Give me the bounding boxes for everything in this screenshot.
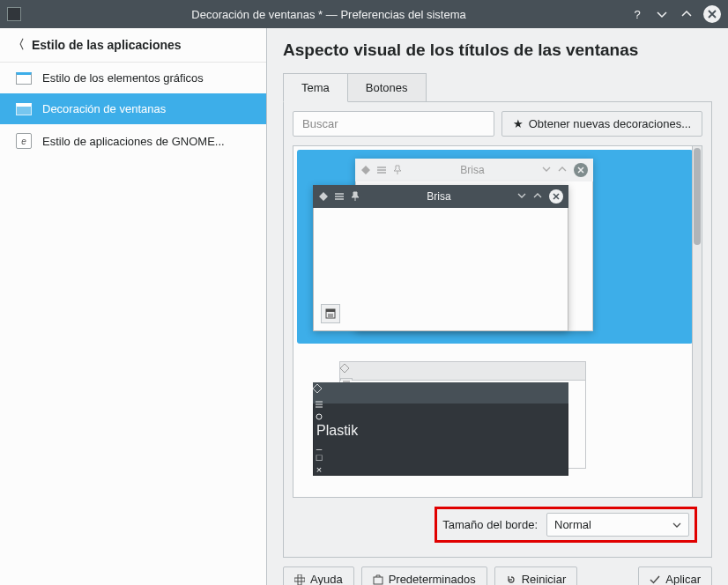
sidebar-item-label: Estilo de los elementos gráficos — [42, 71, 204, 85]
theme-card-plastik[interactable]: Plastik _ □ × — [297, 352, 693, 485]
hamburger-icon — [334, 191, 345, 202]
app-icon — [7, 7, 21, 21]
defaults-label: Predeterminados — [389, 573, 476, 585]
chevron-left-icon: 〈 — [12, 37, 25, 53]
app-menu-icon — [318, 191, 329, 202]
reset-button[interactable]: Reiniciar — [494, 566, 578, 585]
sidebar-header-label: Estilo de las aplicaciones — [32, 38, 182, 52]
themes-list[interactable]: Brisa Brisa — [293, 145, 702, 498]
pin-icon — [313, 411, 325, 423]
defaults-button[interactable]: Predeterminados — [361, 566, 487, 585]
window-decoration-icon — [16, 103, 32, 115]
preview-title-label: Plastik — [316, 423, 358, 438]
app-menu-icon — [313, 384, 323, 395]
help-icon — [294, 574, 305, 585]
reset-label: Reiniciar — [522, 573, 567, 585]
help-label: Ayuda — [310, 573, 343, 585]
maximize-icon — [533, 191, 544, 202]
main-panel: Aspecto visual de los títulos de las ven… — [267, 28, 728, 585]
maximize-button[interactable] — [679, 6, 695, 22]
preview-brisa-active: Brisa — [313, 185, 568, 331]
svg-rect-1 — [326, 309, 335, 312]
highlight-annotation: Tamaño del borde: Normal — [435, 507, 697, 543]
page-title: Aspecto visual de los títulos de las ven… — [283, 41, 712, 60]
border-size-value: Normal — [554, 518, 591, 531]
app-menu-icon — [340, 364, 351, 374]
tab-content: Buscar ★ Obtener nuevas decoraciones... — [283, 101, 712, 558]
defaults-icon — [373, 574, 383, 585]
configure-theme-button[interactable] — [321, 304, 340, 323]
apply-label: Aplicar — [665, 573, 701, 585]
svg-point-3 — [316, 414, 322, 419]
close-button[interactable] — [703, 5, 721, 23]
gnome-icon: e — [16, 133, 32, 149]
help-button[interactable]: ? — [629, 6, 645, 22]
get-new-label: Obtener nuevas decoraciones... — [529, 117, 691, 130]
svg-rect-4 — [298, 574, 301, 585]
svg-rect-6 — [374, 577, 383, 584]
close-icon — [549, 189, 563, 204]
star-icon: ★ — [513, 117, 524, 130]
sidebar-item-label: Decoración de ventanas — [42, 102, 166, 115]
pin-icon — [392, 165, 403, 175]
window-title: Decoración de ventanas * — Preferencias … — [28, 8, 629, 21]
sidebar-back-button[interactable]: 〈 Estilo de las aplicaciones — [0, 28, 266, 63]
apply-button[interactable]: Aplicar — [638, 566, 712, 585]
check-icon — [650, 574, 660, 585]
pin-icon — [350, 191, 360, 202]
close-icon — [574, 163, 588, 177]
sidebar: 〈 Estilo de las aplicaciones Estilo de l… — [0, 28, 267, 585]
maximize-icon — [558, 165, 568, 175]
preview-title-label: Brisa — [366, 190, 512, 203]
minimize-icon — [542, 165, 553, 175]
get-new-decorations-button[interactable]: ★ Obtener nuevas decoraciones... — [501, 111, 702, 137]
chevron-down-icon — [672, 521, 681, 529]
reset-icon — [506, 574, 516, 585]
hamburger-icon — [376, 165, 387, 175]
sidebar-item-gnome-style[interactable]: e Estilo de aplicaciones de GNOME... — [0, 124, 266, 158]
minimize-icon — [517, 191, 528, 202]
border-size-label: Tamaño del borde: — [442, 518, 538, 531]
widget-style-icon — [16, 72, 32, 85]
footer-buttons: Ayuda Predeterminados Reiniciar Aplicar — [283, 558, 712, 585]
sidebar-item-window-decorations[interactable]: Decoración de ventanas — [0, 93, 266, 124]
tab-buttons[interactable]: Botones — [348, 73, 427, 102]
app-menu-icon — [360, 165, 371, 175]
border-size-row: Tamaño del borde: Normal — [293, 498, 702, 548]
tab-theme[interactable]: Tema — [283, 73, 348, 102]
help-button[interactable]: Ayuda — [283, 566, 354, 585]
sidebar-item-label: Estilo de aplicaciones de GNOME... — [42, 135, 225, 148]
window-titlebar: Decoración de ventanas * — Preferencias … — [0, 0, 728, 28]
search-input[interactable]: Buscar — [293, 111, 494, 137]
preview-title-label: Brisa — [408, 164, 537, 176]
tab-bar: Tema Botones — [283, 72, 712, 101]
border-size-select[interactable]: Normal — [546, 513, 689, 537]
hamburger-icon — [313, 398, 325, 411]
preview-plastik-active: Plastik _ □ × — [313, 382, 568, 476]
svg-rect-5 — [294, 578, 305, 581]
minimize-button[interactable] — [654, 6, 670, 22]
sidebar-item-widget-style[interactable]: Estilo de los elementos gráficos — [0, 63, 266, 93]
theme-card-brisa[interactable]: Brisa Brisa — [297, 150, 693, 344]
